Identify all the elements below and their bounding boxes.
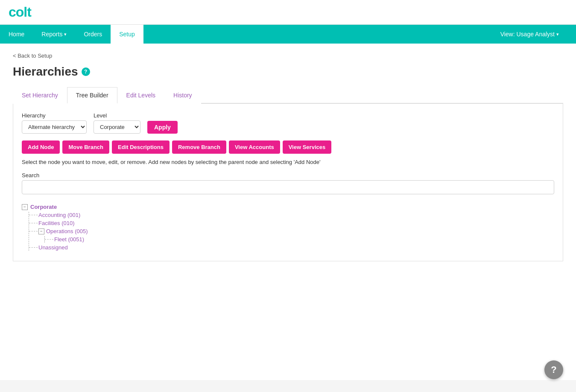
nav-view-analyst[interactable]: View: Usage Analyst [492, 25, 567, 44]
tree-children: Accounting (001) Facilities (010) − Oper… [29, 212, 554, 251]
connector-facilities [29, 223, 38, 223]
page-help-icon[interactable]: ? [82, 67, 90, 76]
tree-node-fleet[interactable]: Fleet (0051) [54, 236, 84, 243]
top-bar: colt [0, 0, 576, 25]
tree-child-fleet: Fleet (0051) [45, 236, 554, 243]
tab-set-hierarchy[interactable]: Set Hierarchy [13, 87, 67, 104]
connector-accounting [29, 215, 38, 215]
move-branch-button[interactable]: Move Branch [62, 140, 109, 154]
tree-root-row: − Corporate [22, 204, 554, 210]
nav-left: Home Reports Orders Setup [0, 25, 143, 44]
instruction-text: Select the node you want to move, edit, … [22, 159, 554, 165]
tree-root-node: − Corporate Accounting (001) Facilities … [22, 204, 554, 251]
nav-bar: Home Reports Orders Setup View: Usage An… [0, 25, 576, 44]
panel: Hierarchy Alternate hierarchy Main hiera… [13, 104, 563, 261]
apply-button[interactable]: Apply [147, 121, 178, 134]
tree-node-operations[interactable]: Operations (005) [46, 228, 88, 234]
hierarchy-filter-group: Hierarchy Alternate hierarchy Main hiera… [22, 112, 87, 134]
tab-tree-builder[interactable]: Tree Builder [67, 87, 117, 104]
search-input[interactable] [22, 180, 554, 194]
connector-fleet [45, 239, 53, 240]
hierarchy-label: Hierarchy [22, 112, 87, 119]
tab-edit-levels[interactable]: Edit Levels [117, 87, 164, 104]
nav-right: View: Usage Analyst [492, 25, 576, 44]
hierarchy-select[interactable]: Alternate hierarchy Main hierarchy [22, 120, 87, 134]
connector-unassigned [29, 247, 38, 248]
action-buttons: Add Node Move Branch Edit Descriptions R… [22, 140, 554, 154]
edit-descriptions-button[interactable]: Edit Descriptions [112, 140, 170, 154]
tree-root-label[interactable]: Corporate [30, 204, 57, 210]
level-label: Level [94, 112, 140, 119]
filter-row: Hierarchy Alternate hierarchy Main hiera… [22, 112, 554, 134]
page-title-area: Hierarchies ? [13, 65, 563, 79]
tree: − Corporate Accounting (001) Facilities … [22, 204, 554, 251]
tree-node-unassigned[interactable]: Unassigned [38, 244, 68, 251]
help-circle-button[interactable]: ? [544, 360, 563, 379]
level-filter-group: Level Corporate Division Department [94, 112, 140, 134]
tree-child-facilities: Facilities (010) [29, 220, 554, 226]
connector-operations [29, 231, 38, 231]
nav-home[interactable]: Home [0, 25, 33, 44]
nav-setup[interactable]: Setup [111, 25, 143, 44]
view-services-button[interactable]: View Services [283, 140, 332, 154]
search-label: Search [22, 172, 554, 178]
back-link[interactable]: < Back to Setup [13, 53, 52, 59]
tree-node-facilities[interactable]: Facilities (010) [38, 220, 75, 226]
tree-operations-toggle[interactable]: − [38, 228, 44, 234]
view-accounts-button[interactable]: View Accounts [229, 140, 280, 154]
nav-reports[interactable]: Reports [33, 25, 75, 44]
remove-branch-button[interactable]: Remove Branch [172, 140, 226, 154]
tree-child-unassigned: Unassigned [29, 244, 554, 251]
tree-sub-children-operations: Fleet (0051) [44, 236, 554, 243]
tree-child-operations: − Operations (005) [29, 228, 554, 234]
nav-orders[interactable]: Orders [75, 25, 111, 44]
main-content: < Back to Setup Hierarchies ? Set Hierar… [0, 44, 576, 380]
level-select[interactable]: Corporate Division Department [94, 120, 140, 134]
add-node-button[interactable]: Add Node [22, 140, 60, 154]
tree-node-accounting[interactable]: Accounting (001) [38, 212, 80, 218]
logo: colt [9, 4, 31, 20]
tabs: Set Hierarchy Tree Builder Edit Levels H… [13, 87, 563, 104]
page-title: Hierarchies [13, 65, 78, 79]
tree-root-toggle[interactable]: − [22, 204, 28, 210]
tab-history[interactable]: History [164, 87, 201, 104]
tree-child-accounting: Accounting (001) [29, 212, 554, 218]
